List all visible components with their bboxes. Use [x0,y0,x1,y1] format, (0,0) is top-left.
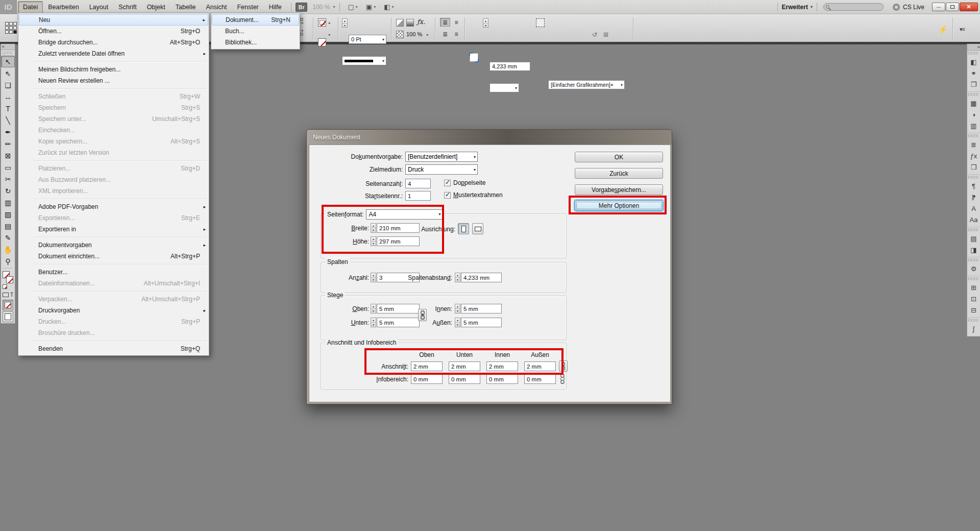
arrange-documents-button[interactable]: ◧ ▾ [384,3,394,11]
menu-item[interactable]: Adobe PDF-Vorgaben ▸ [19,201,208,212]
line-tool[interactable]: ╲ [1,114,15,126]
fill-color-swatch[interactable] [318,38,326,46]
menu-objekt[interactable]: Objekt [142,1,170,13]
stroke-proxy-swatch[interactable] [6,276,13,283]
menu-schrift[interactable]: Schrift [113,1,141,13]
dialog-title[interactable]: Neues Dokument [307,130,672,144]
gutter-stepper[interactable]: ▲▼ [455,273,460,282]
submenu-item[interactable]: Dokument... Strg+N [212,14,299,26]
cs-live-icon[interactable] [893,4,900,11]
paragraph-panel-icon[interactable]: ¶ [967,180,980,191]
bleed-input[interactable]: 2 mm [449,361,480,371]
close-button[interactable]: ✕ [960,3,978,11]
restore-button[interactable] [946,3,959,11]
menu-item[interactable]: Zurück zur letzten Version [19,147,208,158]
lightning-icon[interactable]: ⚡ [938,25,948,34]
panel-grip[interactable] [968,319,979,322]
formatting-container-icon[interactable] [3,293,9,297]
frame-fitting-icon[interactable] [470,53,478,62]
gradient-panel-icon[interactable]: ▥ [967,120,980,131]
apply-none-button[interactable] [3,300,13,310]
menu-hilfe[interactable]: Hilfe [264,1,287,13]
gutter-stepper[interactable]: ▲▼ [483,18,488,28]
slug-input[interactable]: 0 mm [524,374,556,384]
menu-item[interactable]: Neuen Review erstellen ... [19,75,208,86]
new-style-icon[interactable]: ⊞ [603,31,608,38]
frame-tool[interactable]: ⊠ [1,150,15,161]
menu-datei[interactable]: Datei [18,1,43,13]
page-format-dropdown[interactable]: A4 ▾ [366,209,443,220]
height-stepper[interactable]: ▲▼ [371,236,376,246]
back-button[interactable]: Zurück [575,168,663,179]
preflight-panel-icon[interactable]: ⚙ [967,263,980,274]
menu-item[interactable]: Exportieren in ▸ [19,224,208,235]
table-styles-panel-icon[interactable]: ⊡ [967,293,980,304]
height-input[interactable]: 297 mm [377,236,420,246]
menu-item[interactable]: Dokumentvorgaben ▸ [19,239,208,251]
bleed-input[interactable]: 2 mm [411,361,443,371]
menu-item[interactable]: Schließen Strg+W [19,91,208,102]
gradient-swatch-icon[interactable] [406,19,414,27]
scissors-tool[interactable]: ✂ [1,173,15,185]
color-panel-icon[interactable]: ◑ [967,109,980,120]
effects-icon[interactable]: ƒx. [417,18,425,26]
default-colors-icon[interactable] [3,284,7,289]
flyout-arrow-icon[interactable]: ▸ [427,33,429,37]
menu-fenster[interactable]: Fenster [232,1,263,13]
menu-item[interactable]: Benutzer... [19,267,208,278]
menu-item[interactable]: Dateiinformationen... Alt+Umschalt+Strg+… [19,278,208,289]
pages-panel-icon[interactable]: ❐ [967,79,980,90]
margin-inside-input[interactable]: 5 mm [461,304,502,313]
gap-tool[interactable]: ↔ [1,91,15,103]
menu-item[interactable]: Verpacken... Alt+Umschalt+Strg+P [19,294,208,305]
slug-input[interactable]: 0 mm [449,374,480,384]
zoom-tool[interactable]: ⚲ [1,255,15,267]
gradient-tool[interactable]: ▥ [1,197,15,208]
menu-item[interactable]: Neu ▸ [19,14,208,26]
stroke-weight-field[interactable]: 0 Pt ▾ [349,35,386,44]
menu-item[interactable]: Dokument einrichten... Alt+Strg+P [19,251,208,262]
pages-input[interactable]: 4 [405,179,431,188]
slug-input[interactable]: 0 mm [411,374,443,384]
bleed-input[interactable]: 2 mm [524,361,556,371]
menu-item[interactable]: XML importieren... [19,185,208,197]
menu-item[interactable]: Einchecken... [19,125,208,136]
drop-shadow-icon[interactable] [396,19,404,27]
menu-item[interactable]: Broschüre drucken... [19,327,208,339]
scripts-panel-icon[interactable]: ∫ [967,323,980,334]
object-style-dropdown[interactable]: [Einfacher Grafikrahmen]+ ▾ [548,80,625,89]
submenu-item[interactable]: Buch... [212,26,299,37]
apply-gradient-button[interactable] [3,311,13,322]
workspace-switcher[interactable]: Erweitert ▾ [782,4,813,11]
margin-outside-stepper[interactable]: ▲▼ [455,318,460,327]
stroke-style-dropdown[interactable]: ▾ [342,56,386,65]
opacity-value[interactable]: 100 % [406,31,422,37]
menu-item[interactable]: Exportieren... Strg+E [19,212,208,224]
align-center-icon[interactable]: ≣ [440,30,450,38]
menu-item[interactable]: Bridge durchsuchen... Alt+Strg+O [19,37,208,48]
menu-tabelle[interactable]: Tabelle [170,1,201,13]
swatches-panel-icon[interactable]: ▦ [967,98,980,109]
fill-stroke-proxy[interactable] [2,270,14,291]
collapse-dock-icon[interactable]: « [967,44,980,51]
menu-item[interactable]: Kopie speichern... Alt+Strg+S [19,136,208,147]
align-top-icon[interactable]: ≡ [451,18,461,27]
preset-dropdown[interactable]: [Benutzerdefiniert] ▾ [405,152,478,162]
bridge-button[interactable]: Br [296,3,308,12]
selection-tool[interactable]: ↖ [1,56,15,67]
paragraph-styles-panel-icon[interactable]: ⁋ [967,191,980,203]
character-styles-panel-icon[interactable]: Aa [967,214,980,225]
gutter-input[interactable]: 4,233 mm [461,273,502,282]
flyout-arrow-icon[interactable]: ▸ [329,33,331,37]
zoom-level-dropdown[interactable]: 100 % ▾ [312,4,335,11]
menu-layout[interactable]: Layout [84,1,114,13]
width-stepper[interactable]: ▲▼ [371,223,376,233]
hand-tool[interactable]: ✋ [1,244,15,255]
pathfinder-panel-icon[interactable]: ◨ [967,244,980,255]
orientation-portrait-button[interactable] [458,223,469,234]
object-styles-panel-icon[interactable]: ❒ [967,161,980,173]
menu-bearbeiten[interactable]: Bearbeiten [43,1,84,13]
effects-panel-icon[interactable]: ƒx [967,150,980,161]
layers-panel-icon[interactable]: ◧ [967,56,980,67]
column-count-stepper[interactable]: ▲▼ [371,273,376,282]
